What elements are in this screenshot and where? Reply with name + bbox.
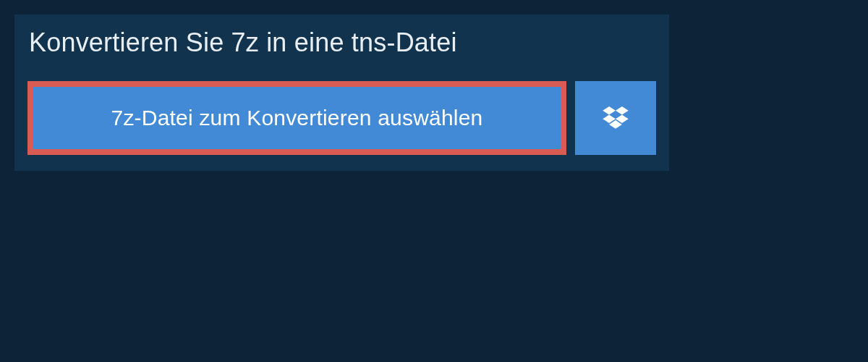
dropbox-button[interactable] [575, 81, 656, 155]
dropbox-icon [603, 106, 629, 130]
select-file-button-label: 7z-Datei zum Konvertieren auswählen [111, 106, 483, 130]
heading-wrapper: Konvertieren Sie 7z in eine tns-Datei [14, 14, 669, 81]
page-title: Konvertieren Sie 7z in eine tns-Datei [29, 28, 655, 58]
converter-panel: Konvertieren Sie 7z in eine tns-Datei 7z… [14, 14, 669, 171]
select-file-button[interactable]: 7z-Datei zum Konvertieren auswählen [27, 81, 566, 155]
button-row: 7z-Datei zum Konvertieren auswählen [14, 81, 669, 171]
